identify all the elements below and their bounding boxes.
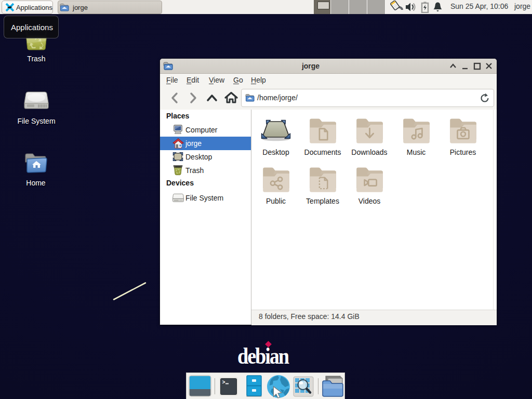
svg-text:>: > <box>222 380 225 385</box>
